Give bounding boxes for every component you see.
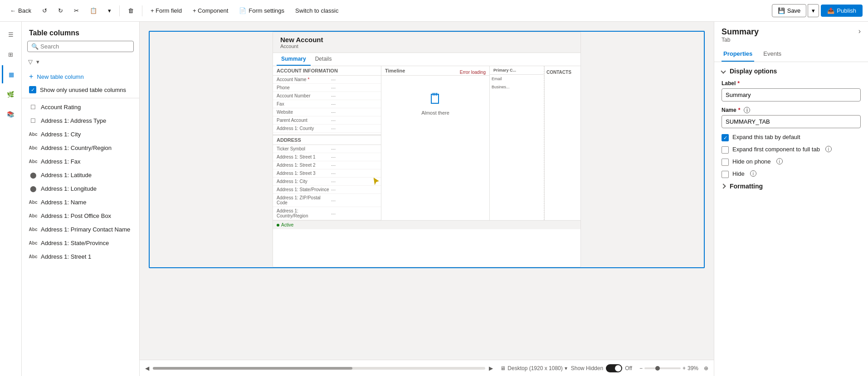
new-column-option[interactable]: + New table column	[22, 70, 139, 83]
scrollbar-thumb	[153, 367, 352, 370]
nav-form-libraries-button[interactable]: 📚	[2, 105, 20, 123]
label-input[interactable]	[722, 88, 861, 101]
list-item[interactable]: Abc Address 1: Name	[22, 195, 139, 209]
canvas-scroll[interactable]: New Account Account Summary Details ACCO…	[140, 22, 714, 360]
canvas-area: New Account Account Summary Details ACCO…	[140, 22, 714, 376]
zoom-in-icon[interactable]: +	[683, 365, 686, 371]
save-dropdown-button[interactable]: ▾	[808, 4, 819, 17]
hide-row: Hide i	[722, 170, 861, 178]
zoom-slider[interactable]	[644, 367, 681, 369]
cut-button[interactable]: ✂	[69, 5, 83, 17]
name-input[interactable]	[722, 115, 861, 128]
back-button[interactable]: ← Back	[5, 5, 36, 17]
text-icon: Abc	[29, 239, 37, 247]
list-item[interactable]: Abc Address 1: State/Province	[22, 236, 139, 250]
publish-button[interactable]: 📤 Publish	[821, 5, 863, 17]
list-item[interactable]: Abc Address 1: Country/Region	[22, 141, 139, 154]
back-arrow-icon: ←	[10, 7, 16, 14]
publish-label: Publish	[837, 7, 856, 14]
list-item[interactable]: Abc Address 1: Fax ···	[22, 154, 139, 168]
show-hidden-label: Show Hidden	[571, 365, 603, 371]
list-item[interactable]: Abc Address 1: Primary Contact Name	[22, 222, 139, 236]
delete-icon: 🗑	[128, 7, 134, 14]
fit-icon[interactable]: ⊕	[704, 365, 708, 371]
formatting-toggle[interactable]: Formatting	[722, 183, 861, 190]
toolbar: ← Back ↺ ↻ ✂ 📋 ▾ 🗑 + Form field + Compon…	[0, 0, 868, 22]
hide-phone-info-icon[interactable]: i	[776, 158, 783, 164]
list-item[interactable]: Abc Address 1: Street 1	[22, 250, 139, 263]
switch-classic-button[interactable]: Switch to classic	[291, 5, 343, 17]
nav-components-button[interactable]: ⊞	[2, 45, 20, 63]
delete-button[interactable]: 🗑	[123, 5, 138, 17]
chevron-down-icon: ▾	[108, 7, 111, 14]
scroll-right-arrow[interactable]: ▶	[489, 365, 493, 371]
horizontal-scrollbar[interactable]	[153, 367, 485, 370]
list-item[interactable]: ☐ Address 1: Address Type	[22, 114, 139, 127]
expand-first-row: Expand first component to full tab i	[722, 146, 861, 154]
display-options-header: Display options	[730, 67, 777, 75]
text-icon: Abc	[29, 157, 37, 165]
list-item[interactable]: ☐ Account Rating	[22, 100, 139, 114]
form-settings-label: Form settings	[249, 7, 284, 14]
save-button[interactable]: 💾 Save	[772, 4, 807, 17]
search-icon: 🔍	[31, 43, 39, 50]
zoom-out-icon[interactable]: −	[639, 365, 643, 371]
list-item[interactable]: ⬤ Address 1: Longitude	[22, 182, 139, 195]
desktop-selector[interactable]: 🖥 Desktop (1920 x 1080) ▾	[500, 365, 567, 371]
show-unused-label: Show only unused table columns	[40, 87, 126, 93]
paste-button[interactable]: 📋	[85, 5, 102, 17]
nav-tree-view-button[interactable]: 🌿	[2, 85, 20, 103]
form-field-button[interactable]: + Form field	[146, 5, 186, 17]
hide-checkbox[interactable]	[722, 171, 729, 178]
hide-info-icon[interactable]: i	[750, 170, 756, 177]
right-panel-title-area: Summary Tab	[722, 27, 759, 43]
timeline-section: Timeline 🗒 Almost there Error loading	[381, 66, 490, 220]
tab-events[interactable]: Events	[761, 47, 783, 62]
expand-first-checkbox[interactable]	[722, 146, 729, 154]
website-row: Website ---	[273, 108, 381, 116]
parent-account-row: Parent Account ---	[273, 116, 381, 125]
save-dropdown-icon: ▾	[812, 7, 815, 14]
show-hidden-toggle[interactable]	[606, 364, 622, 372]
label-required-star: *	[737, 80, 740, 87]
name-info-icon[interactable]: i	[744, 107, 750, 113]
address-section-header: ADDRESS	[273, 135, 381, 145]
expand-tab-checkbox[interactable]	[722, 134, 729, 141]
form-tab-details[interactable]: Details	[311, 53, 336, 66]
dropdown-more-button[interactable]: ▾	[103, 5, 116, 17]
nav-table-columns-button[interactable]: ▦	[2, 65, 20, 83]
right-panel-title: Summary	[722, 27, 759, 37]
display-options-chevron	[721, 68, 726, 73]
tab-properties[interactable]: Properties	[722, 47, 754, 62]
redo-button[interactable]: ↻	[54, 5, 68, 17]
show-unused-option[interactable]: Show only unused table columns	[22, 83, 139, 96]
field-icon: ☐	[29, 103, 37, 111]
expand-tab-row: Expand this tab by default	[722, 134, 861, 141]
search-input[interactable]	[40, 43, 130, 50]
almost-icon: 🗒	[428, 91, 443, 107]
display-options-toggle[interactable]: Display options	[722, 67, 861, 75]
filter-button[interactable]: ▽	[27, 58, 34, 66]
hide-phone-checkbox[interactable]	[722, 159, 729, 166]
tree-view-icon: 🌿	[7, 91, 15, 98]
list-item[interactable]: ⬤ Address 1: Latitude	[22, 168, 139, 182]
address-section: ADDRESS Ticker Symbol --- Address 1: Str…	[273, 135, 381, 220]
primary-col-header: Primary C...	[490, 66, 544, 75]
expand-first-info-icon[interactable]: i	[825, 146, 832, 152]
right-panel-expand-button[interactable]: ›	[858, 27, 861, 35]
add-icon: +	[29, 72, 33, 81]
form-settings-button[interactable]: 📄 Form settings	[234, 5, 289, 17]
zoom-label: 39%	[688, 365, 698, 371]
form-tab-summary[interactable]: Summary	[277, 53, 311, 66]
monitor-icon: 🖥	[500, 365, 506, 371]
list-item[interactable]: Abc Address 1: Post Office Box	[22, 209, 139, 222]
list-item[interactable]: Abc Address 1: City	[22, 127, 139, 141]
component-button[interactable]: + Component	[188, 5, 233, 17]
nav-menu-button[interactable]: ☰	[2, 25, 20, 43]
filter-dropdown-button[interactable]: ▾	[35, 58, 40, 66]
scroll-left-arrow[interactable]: ◀	[145, 365, 149, 371]
right-panel-header: Summary Tab ›	[714, 22, 868, 43]
undo-button[interactable]: ↺	[38, 5, 52, 17]
component-label: + Component	[193, 7, 228, 14]
formatting-chevron	[721, 183, 726, 188]
